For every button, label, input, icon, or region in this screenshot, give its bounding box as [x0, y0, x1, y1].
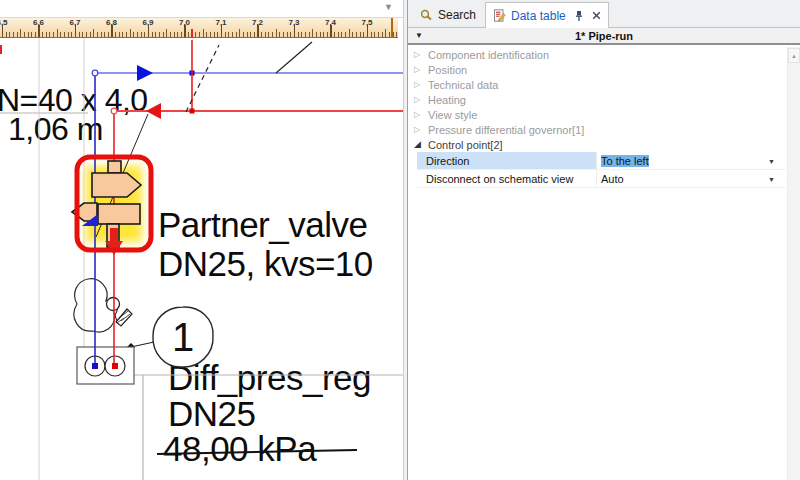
regulator-name-text: Diff_pres_reg: [168, 360, 371, 396]
tab-data-table[interactable]: Data table: [485, 2, 609, 28]
direction-dropdown[interactable]: To the left: [597, 152, 786, 169]
header-combo-arrow-icon[interactable]: ▼: [415, 32, 423, 40]
selection-outline: [77, 157, 151, 250]
chevron-right-icon: ▷: [414, 51, 422, 59]
data-table-icon: [493, 9, 506, 22]
disconnect-dropdown[interactable]: Auto: [597, 170, 786, 187]
selection-glow: [86, 166, 142, 242]
section-label: Technical data: [428, 79, 498, 91]
ruler-label: 7,0: [179, 19, 190, 27]
property-label: Disconnect on schematic view: [417, 170, 597, 187]
freehand-cloud: [74, 279, 117, 332]
chevron-down-icon[interactable]: ▼: [768, 176, 775, 183]
balloon-number: 1: [172, 315, 194, 359]
section-position[interactable]: ▷ Position: [408, 62, 786, 77]
data-table-panel: Search Data table: [408, 0, 800, 480]
chevron-down-icon[interactable]: ▼: [384, 3, 393, 12]
chevron-expanded-icon: ◢: [414, 140, 422, 149]
drain-valve-symbol[interactable]: [107, 298, 133, 327]
section-label: Heating: [428, 94, 466, 106]
regulator-size-text: DN25: [168, 396, 255, 432]
property-grid: ▷ Component identification ▷ Position ▷ …: [408, 47, 786, 480]
section-pressure-differential-governor[interactable]: ▷ Pressure differential governor[1]: [408, 122, 786, 137]
section-label: Pressure differential governor[1]: [428, 124, 584, 136]
ruler-label: 6,5: [0, 19, 8, 27]
pane-splitter[interactable]: [403, 0, 408, 480]
return-port-dot: [112, 363, 118, 369]
chevron-right-icon: ▷: [414, 126, 422, 134]
ruler-label: 6,9: [142, 19, 153, 27]
chevron-right-icon: ▷: [414, 81, 422, 89]
ruler-cursor-marker: [391, 18, 393, 38]
section-control-point[interactable]: ◢ Control point[2]: [408, 137, 786, 152]
section-heating[interactable]: ▷ Heating: [408, 92, 786, 107]
chevron-right-icon: ▷: [414, 111, 422, 119]
supply-port-dot: [92, 363, 98, 369]
partner-valve-symbol[interactable]: [72, 161, 141, 255]
scroll-up-icon: ▲: [791, 53, 797, 59]
property-label: Direction: [417, 152, 597, 169]
ruler-label: 7,3: [288, 19, 299, 27]
horizontal-ruler: 6,5 6,6 6,7 6,8 6,9 7,0 7,1 7,2 7,3 7,4 …: [0, 18, 398, 38]
tab-search-label: Search: [438, 8, 476, 22]
canvas-top-strip: ▼: [0, 0, 403, 18]
chevron-right-icon: ▷: [414, 96, 422, 104]
direction-value: To the left: [601, 155, 649, 167]
ruler-label: 6,7: [69, 19, 80, 27]
connection-component[interactable]: [77, 347, 134, 384]
section-view-style[interactable]: ▷ View style: [408, 107, 786, 122]
section-label: Component identification: [428, 49, 549, 61]
ruler-label: 7,5: [361, 19, 372, 27]
pipe-length-text: 1,06 m: [8, 113, 103, 146]
chevron-right-icon: ▷: [414, 66, 422, 74]
tab-search[interactable]: Search: [411, 3, 485, 27]
section-label: Control point[2]: [428, 139, 503, 151]
panel-title: 1* Pipe-run: [408, 28, 800, 45]
section-label: View style: [428, 109, 477, 121]
panel-scrollbar[interactable]: ▲: [787, 47, 800, 480]
valve-name-text: Partner_valve: [158, 207, 367, 243]
property-row-disconnect[interactable]: Disconnect on schematic view Auto ▼: [417, 170, 786, 188]
pin-icon[interactable]: [574, 10, 584, 22]
search-icon: [420, 9, 433, 22]
ruler-label: 6,8: [106, 19, 117, 27]
close-icon[interactable]: [592, 11, 601, 20]
ruler-red-marker: [191, 29, 193, 38]
valve-spec-text: DN25, kvs=10: [158, 246, 373, 282]
tab-data-table-label: Data table: [511, 9, 566, 23]
chevron-down-icon[interactable]: ▼: [768, 158, 775, 165]
panel-header: ▼ 1* Pipe-run: [408, 28, 800, 45]
regulator-pressure-text: 48,00 kPa: [163, 431, 316, 467]
disconnect-value: Auto: [601, 173, 624, 185]
ruler-label: 6,6: [33, 19, 44, 27]
section-label: Position: [428, 64, 467, 76]
ruler-label: 7,1: [215, 19, 226, 27]
panel-tab-bar: Search Data table: [408, 0, 800, 28]
scroll-up-button[interactable]: ▲: [788, 48, 800, 63]
ruler-label: 7,2: [252, 19, 263, 27]
ruler-label: 7,4: [325, 19, 336, 27]
section-technical-data[interactable]: ▷ Technical data: [408, 77, 786, 92]
section-component-identification[interactable]: ▷ Component identification: [408, 47, 786, 62]
drawing-canvas[interactable]: ▼ 6,5 6,6 6,7 6,8 6,9 7,0 7,1 7,2 7,3 7,…: [0, 0, 403, 480]
property-row-direction[interactable]: Direction To the left ▼: [417, 152, 786, 170]
